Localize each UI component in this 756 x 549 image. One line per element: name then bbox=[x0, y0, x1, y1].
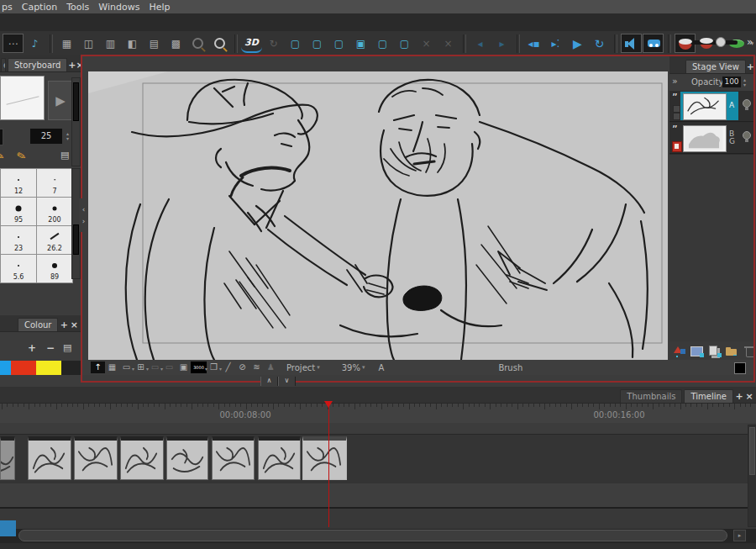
duplicate-panel-button[interactable]: ▢ bbox=[328, 34, 349, 53]
brush-size-field[interactable]: 25 bbox=[30, 129, 62, 144]
toolbar-overflow-button[interactable]: » bbox=[747, 36, 753, 48]
zoom-out-button[interactable] bbox=[187, 34, 208, 53]
panel-collapse-control[interactable]: ‹ › bbox=[79, 198, 88, 232]
storyboard-panel-thumbnail-8[interactable] bbox=[302, 436, 347, 480]
scrollbar-thumb[interactable] bbox=[73, 224, 79, 255]
layer-row-a[interactable]: ” A bbox=[669, 91, 754, 122]
grid-toggle-button[interactable]: ▦ bbox=[105, 362, 119, 373]
new-scene-button[interactable]: ▢ bbox=[285, 34, 306, 53]
play-selection-button[interactable]: ▸⁚ bbox=[545, 34, 566, 53]
audio-annotation-button[interactable]: ♪ bbox=[24, 34, 45, 53]
brush-tool-icon[interactable]: ✎ bbox=[15, 149, 27, 163]
close-tab-button[interactable]: × bbox=[744, 390, 754, 403]
camera-mask-toggle[interactable]: ↑ bbox=[91, 362, 105, 373]
brush-preset-89[interactable]: 89 bbox=[37, 255, 72, 282]
zoom-fit-select[interactable]: ⊞▾ bbox=[134, 362, 148, 373]
delete-layer-button[interactable] bbox=[743, 345, 754, 357]
add-tab-button[interactable]: + bbox=[59, 319, 69, 331]
tab-timeline[interactable]: Timeline bbox=[684, 389, 733, 403]
opacity-spinner[interactable]: ▴▾ bbox=[743, 77, 746, 87]
layer-visibility-toggle[interactable] bbox=[673, 105, 680, 113]
timeline-track-row[interactable] bbox=[0, 483, 756, 509]
link-panels-button[interactable]: ▣ bbox=[350, 34, 371, 53]
slider-knob[interactable] bbox=[716, 37, 726, 47]
floating-window-button[interactable]: ❐▾ bbox=[207, 362, 221, 373]
storyboard-panel-thumbnail-3[interactable] bbox=[74, 436, 118, 480]
menu-item-windows[interactable]: Windows bbox=[98, 2, 139, 13]
brush-preset-200[interactable]: 200 bbox=[37, 198, 72, 225]
duplicate-layer-button[interactable] bbox=[708, 345, 722, 357]
solid-mode-button[interactable]: ▣ bbox=[176, 362, 191, 373]
add-tab-button[interactable]: + bbox=[747, 61, 754, 73]
brush-preset-5.6[interactable]: 5.6 bbox=[1, 255, 36, 282]
scroll-right-button[interactable]: ▸ bbox=[733, 530, 746, 541]
storyboard-panel-thumbnail-1[interactable] bbox=[0, 436, 15, 480]
tool-presets-button[interactable]: ⋯ bbox=[3, 34, 24, 53]
preview-mode-select[interactable]: ▭▾ bbox=[148, 362, 162, 373]
storyboard-panel-thumbnail-5[interactable] bbox=[166, 436, 208, 480]
preset-menu-icon[interactable]: ▤ bbox=[60, 150, 69, 161]
group-layers-button[interactable] bbox=[726, 345, 739, 357]
scrollbar-thumb[interactable] bbox=[18, 530, 727, 541]
add-vector-layer-button[interactable] bbox=[673, 345, 686, 357]
brush-preset-7[interactable]: 7 bbox=[37, 169, 72, 197]
size-spinner[interactable]: ▴▾ bbox=[66, 131, 69, 141]
next-panel-button[interactable]: ▸ bbox=[491, 34, 512, 53]
tab-colour[interactable]: Colour bbox=[18, 318, 58, 331]
colour-menu-icon[interactable]: ▤ bbox=[63, 342, 71, 353]
colour-swatch-2[interactable] bbox=[36, 361, 61, 375]
audio-track-indicator[interactable] bbox=[0, 520, 16, 536]
brush-preset-23[interactable]: 23 bbox=[1, 226, 36, 254]
thumbnails-layout-button[interactable]: ▦ bbox=[56, 34, 77, 53]
brush-preset-12[interactable]: 12 bbox=[1, 169, 36, 197]
layer-a-thumbnail[interactable] bbox=[683, 93, 727, 120]
timeline-horizontal-scrollbar[interactable]: ▸ bbox=[0, 529, 756, 543]
tab-thumbnails[interactable]: Thumbnails bbox=[620, 389, 682, 403]
zoom-in-button[interactable] bbox=[209, 34, 230, 53]
remove-colour-button[interactable]: − bbox=[46, 342, 55, 354]
panel-thumbs-layout-button[interactable]: ◧ bbox=[122, 34, 143, 53]
splitter-up-button[interactable]: ∧ bbox=[260, 377, 278, 386]
layer-row-bg[interactable]: ” BG bbox=[669, 123, 754, 154]
field-grid-button[interactable]: 3000▾ bbox=[191, 362, 207, 373]
collapse-right-icon[interactable]: › bbox=[82, 218, 86, 224]
character-button[interactable]: ♟ bbox=[264, 362, 278, 373]
expand-panel-button[interactable]: » bbox=[672, 76, 678, 87]
overview-layout-button[interactable]: ▤ bbox=[144, 34, 165, 53]
light-table-bulb-icon[interactable] bbox=[743, 131, 751, 140]
brush-preset-95[interactable]: 95 bbox=[1, 198, 36, 225]
grid-overlay-button[interactable]: ▩ bbox=[165, 34, 186, 53]
layer-lock-toggle[interactable] bbox=[673, 113, 680, 120]
zoom-level-selector[interactable]: 39% bbox=[342, 363, 360, 372]
stage-canvas[interactable] bbox=[88, 71, 668, 360]
light-table-bulb-icon[interactable] bbox=[743, 99, 751, 108]
colour-swatch-1[interactable] bbox=[11, 361, 36, 375]
colour-swatch-0[interactable] bbox=[0, 361, 11, 375]
close-tab-button[interactable]: × bbox=[69, 319, 79, 331]
reset-rotation-button[interactable]: ↻ bbox=[263, 34, 284, 53]
sound-toggle-button[interactable] bbox=[621, 34, 642, 53]
timeline-vertical-scrollbar[interactable] bbox=[748, 425, 756, 527]
two-panel-layout-button[interactable]: ◫ bbox=[78, 34, 99, 53]
options-scrollbar[interactable] bbox=[71, 77, 81, 166]
delete-panel-button[interactable]: × bbox=[438, 34, 459, 53]
3d-mode-button[interactable]: 3D bbox=[241, 34, 262, 53]
menu-item-tools[interactable]: Tools bbox=[66, 2, 89, 13]
delete-scene-button[interactable]: × bbox=[416, 34, 437, 53]
scrollbar-thumb[interactable] bbox=[749, 427, 755, 475]
rename-panel-button[interactable]: ▢ bbox=[372, 34, 393, 53]
new-panel-button[interactable]: ▢ bbox=[307, 34, 328, 53]
play-button[interactable]: ▶ bbox=[567, 34, 588, 53]
playhead-line[interactable] bbox=[328, 404, 329, 527]
timeline-ruler[interactable]: 00:00:08:00 00:00:16:00 bbox=[0, 404, 756, 424]
timeline-track-row-2[interactable] bbox=[0, 509, 756, 529]
add-colour-button[interactable]: + bbox=[28, 342, 36, 354]
spin-down-icon[interactable]: ▾ bbox=[66, 136, 69, 141]
camera-preview-button[interactable] bbox=[643, 34, 664, 53]
menu-item-help[interactable]: Help bbox=[149, 2, 170, 13]
opacity-value-field[interactable]: 100 bbox=[722, 77, 741, 87]
close-tab-button[interactable]: × bbox=[76, 59, 81, 71]
layer-bg-thumbnail[interactable] bbox=[683, 125, 727, 152]
scrollbar-thumb[interactable] bbox=[73, 82, 79, 121]
add-tab-button[interactable]: + bbox=[734, 390, 744, 403]
